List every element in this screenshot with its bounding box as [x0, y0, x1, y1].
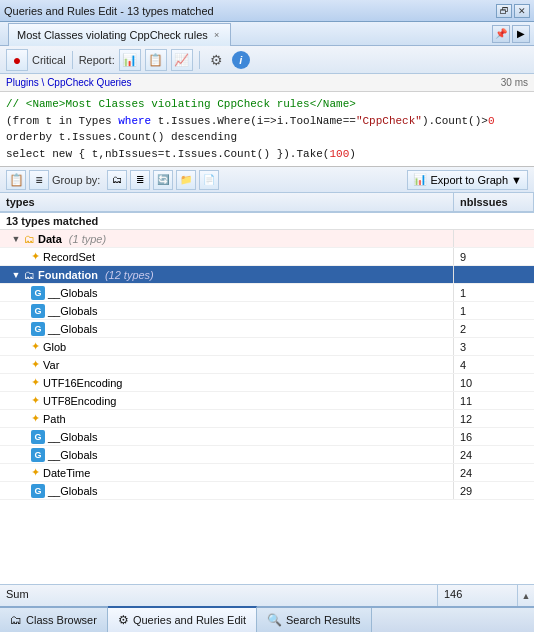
tree-cell-value: [454, 266, 534, 283]
pin-button[interactable]: 📌: [492, 25, 510, 43]
folder-icon: 🗂: [24, 233, 35, 245]
row-label: __Globals: [48, 449, 98, 461]
table-row[interactable]: ✦ Glob 3: [0, 338, 534, 356]
export-label: Export to Graph: [430, 174, 508, 186]
tree-cell-label: ▼ 🗂 Foundation (12 types): [0, 266, 454, 283]
table-row[interactable]: ✦ DateTime 24: [0, 464, 534, 482]
data-grid: types nbIssues 13 types matched ▼ 🗂 Data…: [0, 193, 534, 584]
group-option-4[interactable]: 📁: [176, 170, 196, 190]
tree-cell-label: G __Globals: [0, 428, 454, 445]
tree-cell-value: 1: [454, 302, 534, 319]
table-row[interactable]: G __Globals 1: [0, 284, 534, 302]
tree-cell-label: ✦ UTF16Encoding: [0, 374, 454, 391]
table-row[interactable]: ✦ UTF16Encoding 10: [0, 374, 534, 392]
table-row[interactable]: ✦ Path 12: [0, 410, 534, 428]
export-graph-icon: 📊: [413, 173, 427, 186]
table-row[interactable]: ✦ Var 4: [0, 356, 534, 374]
group-option-2[interactable]: ≣: [130, 170, 150, 190]
tree-cell-value: 1: [454, 284, 534, 301]
star-icon: ✦: [31, 340, 40, 353]
close-button[interactable]: ✕: [514, 4, 530, 18]
bottom-tab-bar: 🗂 Class Browser ⚙ Queries and Rules Edit…: [0, 606, 534, 632]
row-label: Foundation: [38, 269, 98, 281]
table-row[interactable]: ▼ 🗂 Data (1 type): [0, 230, 534, 248]
table-row[interactable]: ✦ UTF8Encoding 11: [0, 392, 534, 410]
query-line-4: select new { t,nbIssues=t.Issues.Count()…: [6, 146, 528, 163]
table-row[interactable]: ▼ 🗂 Foundation (12 types): [0, 266, 534, 284]
table-row[interactable]: G __Globals 29: [0, 482, 534, 500]
folder-icon: 🗂: [24, 269, 35, 281]
plugins-bar: Plugins \ CppCheck Queries 30 ms: [0, 74, 534, 92]
matched-count: 13 types matched: [0, 213, 534, 230]
tree-cell-label: G __Globals: [0, 320, 454, 337]
tree-cell-value: [454, 230, 534, 247]
row-label: Data: [38, 233, 62, 245]
query-editor[interactable]: // <Name>Most Classes violating CppCheck…: [0, 92, 534, 167]
star-icon: ✦: [31, 250, 40, 263]
info-button[interactable]: i: [232, 51, 250, 69]
star-icon: ✦: [31, 376, 40, 389]
row-sublabel: (12 types): [105, 269, 154, 281]
row-label: UTF16Encoding: [43, 377, 123, 389]
tree-cell-value: 4: [454, 356, 534, 373]
table-row[interactable]: G __Globals 24: [0, 446, 534, 464]
tree-cell-value: 11: [454, 392, 534, 409]
tree-cell-value: 9: [454, 248, 534, 265]
sum-label: Sum: [0, 585, 438, 606]
table-row[interactable]: ✦ RecordSet 9: [0, 248, 534, 266]
row-label: __Globals: [48, 287, 98, 299]
toolbar-separator-1: [72, 51, 73, 69]
report-btn-2[interactable]: 📋: [145, 49, 167, 71]
group-option-1[interactable]: 🗂: [107, 170, 127, 190]
red-dot-button[interactable]: ●: [6, 49, 28, 71]
grid-body[interactable]: 13 types matched ▼ 🗂 Data (1 type) ✦ Rec…: [0, 213, 534, 584]
tree-cell-value: 12: [454, 410, 534, 427]
tab-search-results[interactable]: 🔍 Search Results: [257, 608, 372, 632]
table-row[interactable]: G __Globals 1: [0, 302, 534, 320]
report-btn-1[interactable]: 📊: [119, 49, 141, 71]
tree-cell-value: 2: [454, 320, 534, 337]
grid-header: types nbIssues: [0, 193, 534, 213]
tab-class-browser[interactable]: 🗂 Class Browser: [0, 608, 108, 632]
export-arrow: ▼: [511, 174, 522, 186]
row-label: __Globals: [48, 323, 98, 335]
group-option-3[interactable]: 🔄: [153, 170, 173, 190]
sum-bar: Sum 146 ▲: [0, 584, 534, 606]
star-icon: ✦: [31, 394, 40, 407]
tab-queries-rules-edit[interactable]: ⚙ Queries and Rules Edit: [108, 606, 257, 632]
tree-cell-label: G __Globals: [0, 446, 454, 463]
table-row[interactable]: G __Globals 2: [0, 320, 534, 338]
group-btn-2[interactable]: ≡: [29, 170, 49, 190]
gear-button[interactable]: ⚙: [206, 49, 228, 71]
row-sublabel: (1 type): [69, 233, 106, 245]
tab-actions: 📌 ▶: [492, 22, 534, 45]
row-label: Glob: [43, 341, 66, 353]
tree-cell-label: G __Globals: [0, 302, 454, 319]
toggle-icon[interactable]: ▼: [11, 270, 21, 280]
scroll-top-button[interactable]: ▲: [518, 585, 534, 606]
row-label: Var: [43, 359, 59, 371]
star-icon: ✦: [31, 358, 40, 371]
tree-cell-label: ▼ 🗂 Data (1 type): [0, 230, 454, 247]
tree-cell-label: ✦ UTF8Encoding: [0, 392, 454, 409]
restore-button[interactable]: 🗗: [496, 4, 512, 18]
tab-bar: Most Classes violating CppCheck rules × …: [0, 22, 534, 46]
class-browser-icon: 🗂: [10, 613, 22, 627]
group-btn-1[interactable]: 📋: [6, 170, 26, 190]
table-row[interactable]: G __Globals 16: [0, 428, 534, 446]
nav-button[interactable]: ▶: [512, 25, 530, 43]
report-btn-3[interactable]: 📈: [171, 49, 193, 71]
tree-cell-value: 3: [454, 338, 534, 355]
search-results-icon: 🔍: [267, 613, 282, 627]
title-bar-text: Queries and Rules Edit - 13 types matche…: [4, 5, 214, 17]
export-button[interactable]: 📊 Export to Graph ▼: [407, 170, 528, 190]
execution-time: 30 ms: [501, 77, 528, 88]
tree-cell-label: G __Globals: [0, 482, 454, 499]
main-tab[interactable]: Most Classes violating CppCheck rules ×: [8, 23, 231, 46]
plugins-breadcrumb[interactable]: Plugins \ CppCheck Queries: [6, 77, 132, 88]
toggle-icon[interactable]: ▼: [11, 234, 21, 244]
group-option-5[interactable]: 📄: [199, 170, 219, 190]
tab-label: Most Classes violating CppCheck rules: [17, 29, 208, 41]
tree-cell-value: 24: [454, 464, 534, 481]
tab-close-button[interactable]: ×: [212, 30, 222, 40]
